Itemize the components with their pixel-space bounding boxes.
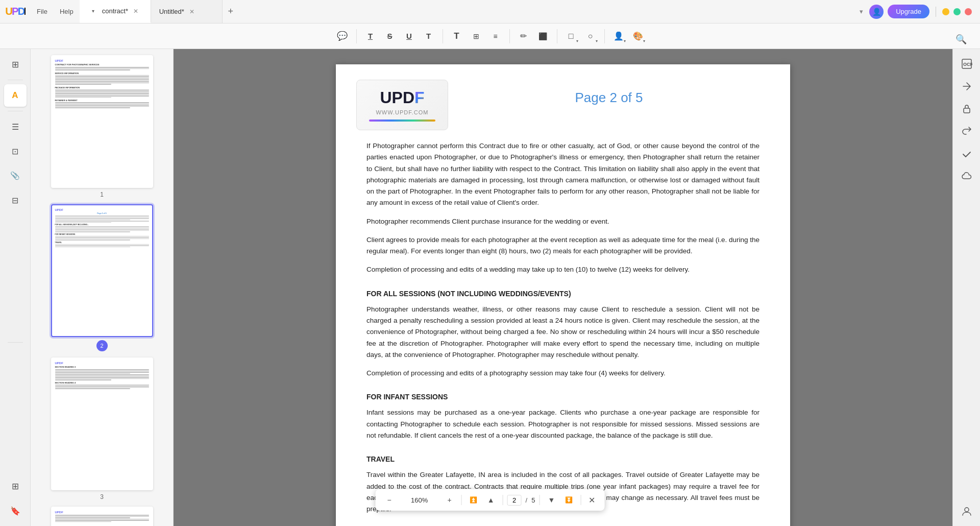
pdf-page-title: Page 2 of 5 bbox=[448, 80, 770, 106]
sidebar-item-layers2[interactable]: ⊟ bbox=[4, 189, 27, 211]
thumb-frame-4[interactable]: UPDF bbox=[51, 507, 153, 526]
stamp-tool[interactable]: ⬛ bbox=[534, 28, 552, 45]
draw-tool[interactable]: ✏ bbox=[515, 28, 532, 45]
last-page-button[interactable]: ⏬ bbox=[561, 492, 576, 508]
svg-point-7 bbox=[965, 508, 969, 512]
thumb-content-2: UPDF Page 2 of 5 FOR ALL SESSIONS (NOT I… bbox=[52, 205, 152, 336]
sidebar-item-attachment[interactable]: 📎 bbox=[4, 164, 27, 187]
thumb-frame-1[interactable]: UPDF CONTRACT FOR PHOTOGRAPHIC SERVICES … bbox=[51, 55, 153, 188]
color-tool[interactable]: ○ bbox=[582, 28, 599, 45]
search-icon: 🔍 bbox=[955, 34, 967, 45]
toolbar-sep-2 bbox=[443, 29, 443, 43]
thumb-frame-3[interactable]: UPDF SECTION HEADING 3 SECTION HEADING 4 bbox=[51, 357, 153, 490]
tab-dropdown-icon[interactable]: ▾ bbox=[88, 8, 99, 14]
prev-page-button[interactable]: ▲ bbox=[483, 492, 499, 508]
shape-tool[interactable]: □ bbox=[562, 28, 580, 45]
page-nav: − 100% 125% 150% 160% 175% 200% + ⏫ ▲ / … bbox=[376, 489, 605, 511]
thumbnail-page-1[interactable]: UPDF CONTRACT FOR PHOTOGRAPHIC SERVICES … bbox=[37, 55, 167, 198]
palette-tool[interactable]: 🎨 bbox=[629, 28, 647, 45]
comment-tool[interactable]: 💬 bbox=[334, 28, 351, 45]
upgrade-button[interactable]: Upgrade bbox=[888, 5, 929, 18]
sidebar-divider-1 bbox=[8, 80, 23, 80]
app-logo: U P D F bbox=[0, 6, 31, 17]
zoom-out-button[interactable]: − bbox=[382, 492, 397, 508]
zoom-select[interactable]: 100% 125% 150% 160% 175% 200% bbox=[399, 496, 440, 504]
share-icon[interactable] bbox=[957, 122, 976, 141]
stack-icon: ⊞ bbox=[12, 481, 19, 492]
pdf-body: If Photographer cannot perform this Cont… bbox=[336, 135, 790, 526]
highlight-sidebar-icon: A bbox=[12, 90, 18, 101]
minimize-button[interactable]: — bbox=[942, 8, 949, 15]
thumbnail-page-4[interactable]: UPDF bbox=[37, 507, 167, 526]
ocr-icon[interactable]: OCR bbox=[957, 54, 976, 74]
underline-icon: U bbox=[406, 32, 412, 40]
nav-sep-3 bbox=[539, 495, 540, 505]
thumbnail-page-2[interactable]: UPDF Page 2 of 5 FOR ALL SESSIONS (NOT I… bbox=[37, 204, 167, 351]
next-page-button[interactable]: ▼ bbox=[544, 492, 559, 508]
layers2-icon: ⊟ bbox=[12, 196, 18, 205]
page-total: 5 bbox=[531, 496, 535, 504]
user-icon: 👤 bbox=[614, 31, 624, 41]
next-page-icon: ▼ bbox=[548, 496, 555, 504]
left-sidebar: ⊞ A ☰ ⊡ 📎 ⊟ ⊞ 🔖 bbox=[0, 49, 31, 526]
zoom-in-button[interactable]: + bbox=[442, 492, 457, 508]
thumbnail-page-3[interactable]: UPDF SECTION HEADING 3 SECTION HEADING 4 bbox=[37, 357, 167, 500]
sidebar-item-stack[interactable]: ⊞ bbox=[4, 475, 27, 497]
text-edit-tool[interactable]: ⊞ bbox=[468, 28, 485, 45]
file-menu[interactable]: contract* File bbox=[31, 0, 54, 23]
top-bar-right: ▾ 👤 Upgrade — ❐ ✕ bbox=[860, 5, 980, 19]
first-page-button[interactable]: ⏫ bbox=[466, 492, 481, 508]
updf-logo-box: UPDF WWW.UPDF.COM bbox=[356, 80, 448, 130]
sidebar-item-pages[interactable]: ⊞ bbox=[4, 53, 27, 76]
pages-icon: ⊞ bbox=[12, 59, 19, 70]
text-color-tool[interactable]: T bbox=[420, 28, 437, 45]
zoom-out-icon: − bbox=[387, 496, 391, 504]
pdf-infant-para: Infant sessions may be purchased as a on… bbox=[366, 407, 760, 441]
pdf-para-2: Photographer recommends Client purchase … bbox=[366, 216, 760, 227]
tab-untitled[interactable]: Untitled* ✕ bbox=[151, 0, 223, 23]
sidebar-item-highlight[interactable]: A bbox=[4, 84, 27, 107]
pdf-heading-travel: TRAVEL bbox=[366, 453, 760, 465]
cloud-icon[interactable] bbox=[957, 166, 976, 186]
separator bbox=[936, 7, 936, 17]
sidebar-item-bookmark[interactable]: ☰ bbox=[4, 115, 27, 138]
thumb-content-3: UPDF SECTION HEADING 3 SECTION HEADING 4 bbox=[52, 358, 152, 489]
tab-contract[interactable]: ▾ contract* ✕ bbox=[80, 0, 151, 23]
highlight-tool[interactable]: T bbox=[362, 28, 379, 45]
toolbar-sep-1 bbox=[356, 29, 357, 43]
strikethrough-icon: S bbox=[387, 32, 392, 40]
maximize-button[interactable]: ❐ bbox=[953, 8, 961, 15]
bookmark2-icon: 🔖 bbox=[10, 506, 20, 516]
toolbar-sep-5 bbox=[604, 29, 605, 43]
help-menu[interactable]: Help bbox=[54, 0, 80, 23]
check-icon[interactable] bbox=[957, 144, 976, 163]
zoom-in-icon: + bbox=[447, 496, 451, 504]
close-button[interactable]: ✕ bbox=[965, 8, 972, 15]
comment-icon: 💬 bbox=[337, 31, 348, 41]
strikethrough-tool[interactable]: S bbox=[381, 28, 399, 45]
sidebar-item-layers[interactable]: ⊡ bbox=[4, 140, 27, 162]
avatar-icon[interactable] bbox=[957, 501, 976, 521]
attachment-icon: 📎 bbox=[10, 171, 20, 180]
text-box-tool[interactable]: T bbox=[448, 28, 465, 45]
user-tool[interactable]: 👤 bbox=[610, 28, 627, 45]
pdf-page-2: UPDF WWW.UPDF.COM Page 2 of 5 If Photogr… bbox=[336, 64, 790, 526]
text-format-tool[interactable]: ≡ bbox=[487, 28, 504, 45]
underline-tool[interactable]: U bbox=[401, 28, 418, 45]
bookmark-icon: ☰ bbox=[12, 122, 19, 132]
sidebar-item-bookmark2[interactable]: 🔖 bbox=[4, 499, 27, 522]
dropdown-icon-area[interactable]: ▾ bbox=[860, 8, 863, 15]
convert-icon[interactable] bbox=[957, 77, 976, 96]
pdf-viewer[interactable]: UPDF WWW.UPDF.COM Page 2 of 5 If Photogr… bbox=[174, 49, 952, 526]
tab-untitled-close[interactable]: ✕ bbox=[187, 7, 197, 16]
pdf-para-3: Client agrees to provide meals for each … bbox=[366, 234, 760, 257]
new-tab-button[interactable]: + bbox=[223, 0, 239, 23]
nav-close-button[interactable]: ✕ bbox=[585, 493, 598, 507]
lock-icon[interactable] bbox=[957, 99, 976, 118]
updf-logo-text: UPDF bbox=[380, 88, 424, 107]
user-avatar[interactable]: 👤 bbox=[869, 5, 884, 19]
page-input[interactable] bbox=[507, 495, 522, 506]
search-button[interactable]: 🔍 bbox=[952, 31, 970, 48]
tab-contract-close[interactable]: ✕ bbox=[131, 7, 140, 16]
thumb-frame-2[interactable]: UPDF Page 2 of 5 FOR ALL SESSIONS (NOT I… bbox=[51, 204, 153, 337]
